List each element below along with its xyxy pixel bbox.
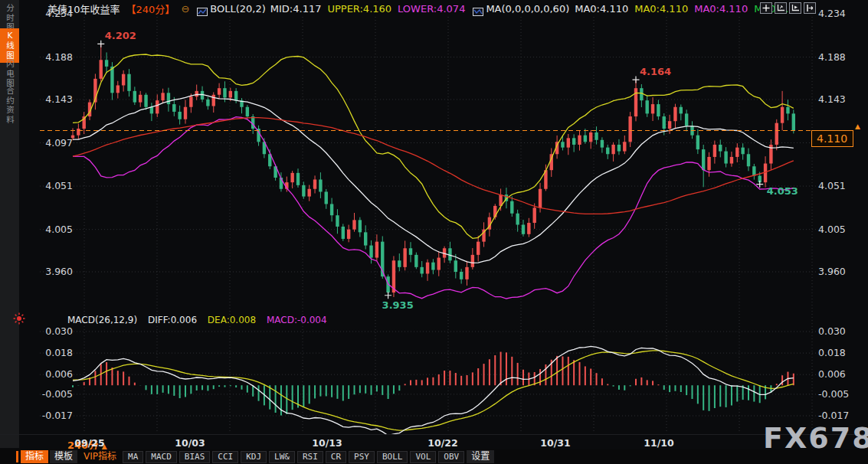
indicator-topbar: 美债10年收益率 【240分】 ⊖ BOLL(20,2) MID:4.117 U…	[0, 0, 868, 17]
tab-bias[interactable]: BIAS	[179, 451, 211, 463]
boll-indicator-icon	[197, 5, 208, 13]
tab-indicator[interactable]: 指标	[21, 450, 48, 463]
boll-upper-value: UPPER:4.160	[327, 3, 391, 15]
y-axis-label: 4.143	[818, 93, 853, 105]
svg-text:4.053: 4.053	[767, 185, 798, 197]
tab-rsi[interactable]: RSI	[297, 451, 323, 463]
tab-template[interactable]: 模板	[50, 450, 77, 463]
tab-lwr[interactable]: LW&	[269, 451, 295, 463]
last-price-tag: 4.110	[811, 130, 853, 147]
ma-label: MA(0,0,0,0,0,60)	[486, 3, 569, 15]
price-up-arrow-icon: ▲	[855, 123, 860, 130]
svg-text:4.164: 4.164	[640, 66, 671, 77]
tab-kdj[interactable]: KDJ	[241, 451, 267, 463]
macd-params-label: MACD(26,12,9)	[67, 315, 137, 325]
toolbar-accent-tick	[16, 451, 18, 462]
tab-ma[interactable]: MA	[123, 451, 143, 463]
x-axis-label: 11/10	[644, 437, 673, 449]
indicator-toolbar: 指标 模板 VIP指标 MA MACD BIAS CCI KDJ LW& RSI…	[0, 449, 868, 464]
x-axis-label: 10/22	[427, 437, 457, 449]
y-axis-label: 4.188	[818, 51, 853, 63]
axis-scale-icon[interactable]	[775, 2, 787, 14]
macd-panel	[73, 346, 794, 434]
y-axis-label: 0.006	[818, 368, 853, 380]
tab-obv[interactable]: OBV	[438, 451, 464, 463]
ma-value-0: MA0:4.110	[575, 3, 628, 15]
boll-upper-line	[73, 54, 794, 238]
tab-settings[interactable]: 设置	[467, 450, 494, 463]
tab-cr[interactable]: CR	[326, 451, 346, 463]
ma-indicator-icon	[473, 5, 483, 13]
y-axis-label: 0.018	[818, 347, 853, 358]
boll-mid-value: MID:4.117	[270, 3, 322, 15]
x-axis-label: 10/13	[312, 437, 342, 449]
y-axis-label: 0.030	[818, 325, 853, 337]
svg-text:3.935: 3.935	[382, 299, 414, 311]
chart-type-sidebar: 分时图 K线图 闪电图 合约资料	[0, 0, 19, 448]
y-axis-label: 4.005	[818, 224, 853, 235]
chart-tool-buttons	[760, 2, 816, 14]
candlestick-chart[interactable]: 4.2024.1643.9354.053	[20, 17, 817, 434]
sidebar-item-contract-info[interactable]: 合约资料	[0, 84, 19, 127]
period-tag[interactable]: 【240分】	[126, 2, 175, 16]
boll-lower-value: LOWER:4.074	[398, 3, 465, 15]
macd-diff-value: DIFF:0.006	[148, 315, 197, 325]
svg-text:4.202: 4.202	[105, 30, 136, 41]
instrument-title: 美债10年收益率	[47, 2, 120, 16]
y-axis-label: -0.017	[818, 410, 853, 421]
tab-vip-indicator[interactable]: VIP指标	[79, 450, 121, 463]
y-axis-label: 3.960	[818, 266, 853, 277]
collapse-minus-icon[interactable]: ⊖	[181, 3, 189, 15]
x-axis-label: 09/25	[74, 437, 104, 449]
x-axis-label: 10/03	[175, 437, 205, 449]
y-axis-right: 4.2344.1884.1434.0974.0514.0053.9600.030…	[818, 0, 853, 464]
y-axis-label: 4.051	[818, 180, 853, 191]
crosshair-tool-icon[interactable]	[760, 2, 772, 14]
tab-vol[interactable]: VOL	[410, 451, 436, 463]
ma60-line	[73, 118, 794, 214]
trading-app-window: 美债10年收益率 【240分】 ⊖ BOLL(20,2) MID:4.117 U…	[0, 0, 868, 464]
tab-boll[interactable]: BOLL	[377, 451, 408, 463]
grid-lines	[40, 17, 817, 431]
x-axis-row: 240分 ▲ 09/25 10/03 10/13 10/22 10/31 11/…	[0, 434, 868, 449]
axis-play-icon[interactable]	[789, 2, 801, 14]
boll-label: BOLL(20,2)	[210, 3, 266, 15]
tab-cci[interactable]: CCI	[212, 451, 238, 463]
candles	[71, 44, 795, 297]
macd-macd-value: MACD:-0.004	[267, 315, 327, 325]
diff-line	[73, 346, 794, 434]
ma-value-1: MA0:4.110	[634, 3, 688, 15]
exit-right-icon[interactable]	[804, 2, 816, 14]
y-axis-label: -0.005	[818, 388, 853, 400]
dea-line	[73, 351, 794, 430]
x-axis-label: 10/31	[540, 437, 570, 449]
ma-value-2: MA0:4.110	[694, 3, 748, 15]
tab-macd[interactable]: MACD	[146, 451, 177, 463]
macd-header: MACD(26,12,9) DIFF:0.006 DEA:0.008 MACD:…	[67, 315, 335, 325]
macd-dea-value: DEA:0.008	[208, 315, 256, 325]
tab-psy[interactable]: PSY	[349, 451, 375, 463]
